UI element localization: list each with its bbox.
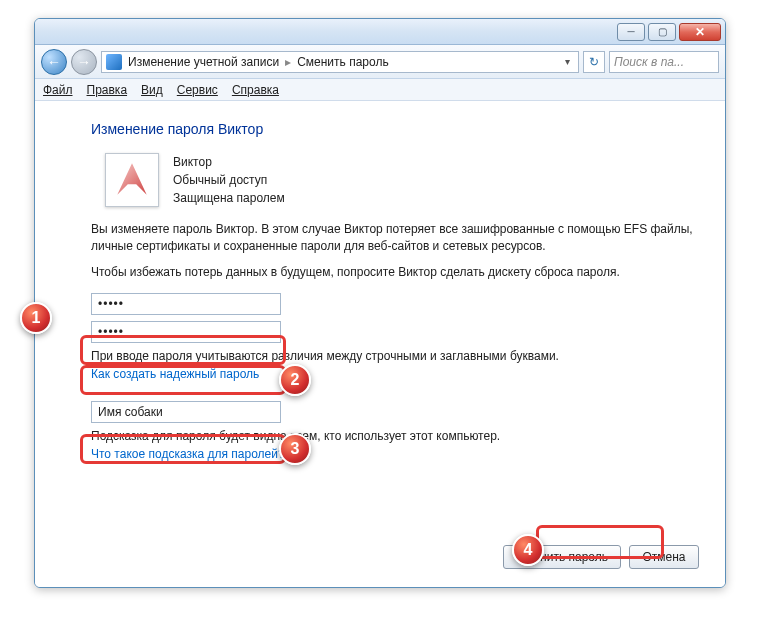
- address-dropdown-icon[interactable]: ▾: [561, 56, 574, 67]
- menu-help[interactable]: Справка: [232, 83, 279, 97]
- user-info: Виктор Обычный доступ Защищена паролем: [173, 153, 285, 207]
- breadcrumb-item[interactable]: Изменение учетной записи: [128, 55, 279, 69]
- page-title: Изменение пароля Виктор: [91, 121, 697, 137]
- user-row: Виктор Обычный доступ Защищена паролем: [105, 153, 697, 207]
- password-hint-input[interactable]: [91, 401, 281, 423]
- close-button[interactable]: ✕: [679, 23, 721, 41]
- menu-edit[interactable]: Правка: [87, 83, 128, 97]
- breadcrumb-sep-icon: ▸: [285, 55, 291, 69]
- warning-text-2: Чтобы избежать потерь данных в будущем, …: [91, 264, 697, 281]
- warning-text-1: Вы изменяете пароль Виктор. В этом случа…: [91, 221, 697, 256]
- menubar: Файл Правка Вид Сервис Справка: [35, 79, 725, 101]
- user-access: Обычный доступ: [173, 171, 285, 189]
- back-button[interactable]: ←: [41, 49, 67, 75]
- titlebar: ─ ▢ ✕: [35, 19, 725, 45]
- breadcrumb-item[interactable]: Сменить пароль: [297, 55, 389, 69]
- user-name: Виктор: [173, 153, 285, 171]
- window: ─ ▢ ✕ ← → Изменение учетной записи ▸ Сме…: [34, 18, 726, 588]
- hint-help-link[interactable]: Что такое подсказка для паролей?: [91, 447, 285, 461]
- confirm-password-input[interactable]: [91, 321, 281, 343]
- location-icon: [106, 54, 122, 70]
- forward-button[interactable]: →: [71, 49, 97, 75]
- menu-file[interactable]: Файл: [43, 83, 73, 97]
- avatar-image: [111, 159, 153, 201]
- refresh-button[interactable]: ↻: [583, 51, 605, 73]
- content: Изменение пароля Виктор Виктор Обычный д…: [35, 103, 725, 587]
- change-password-button[interactable]: Сменить пароль: [503, 545, 621, 569]
- address-bar[interactable]: Изменение учетной записи ▸ Сменить парол…: [101, 51, 579, 73]
- navbar: ← → Изменение учетной записи ▸ Сменить п…: [35, 45, 725, 79]
- menu-view[interactable]: Вид: [141, 83, 163, 97]
- case-note: При вводе пароля учитываются различия ме…: [91, 349, 697, 363]
- avatar: [105, 153, 159, 207]
- cancel-button[interactable]: Отмена: [629, 545, 699, 569]
- footer-buttons: Сменить пароль Отмена: [503, 545, 699, 569]
- user-protected: Защищена паролем: [173, 189, 285, 207]
- hint-note: Подсказка для пароля будет видна всем, к…: [91, 429, 697, 443]
- menu-tools[interactable]: Сервис: [177, 83, 218, 97]
- strong-password-link[interactable]: Как создать надежный пароль: [91, 367, 259, 381]
- search-input[interactable]: Поиск в па...: [609, 51, 719, 73]
- minimize-button[interactable]: ─: [617, 23, 645, 41]
- new-password-input[interactable]: [91, 293, 281, 315]
- maximize-button[interactable]: ▢: [648, 23, 676, 41]
